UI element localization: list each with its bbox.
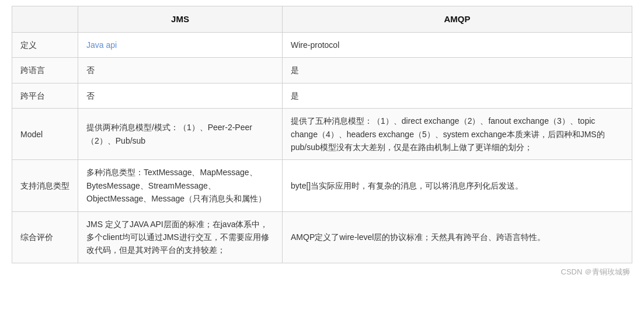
table-row: 综合评价JMS 定义了JAVA API层面的标准；在java体系中，多个clie… xyxy=(12,211,632,263)
table-row: 定义Java apiWire-protocol xyxy=(12,33,632,58)
table-row: 跨平台否是 xyxy=(12,83,632,108)
row-amqp-value: Wire-protocol xyxy=(283,33,632,58)
row-jms-value: 多种消息类型：TextMessage、MapMessage、BytesMessa… xyxy=(78,160,283,211)
header-jms: JMS xyxy=(78,6,283,33)
row-amqp-value: 是 xyxy=(283,83,632,108)
row-jms-value: Java api xyxy=(78,33,283,58)
table-header-row: JMS AMQP xyxy=(12,6,632,33)
row-jms-value: 提供两种消息模型/模式：（1）、Peer-2-Peer（2）、Pub/sub xyxy=(78,109,283,160)
row-amqp-value: byte[]当实际应用时，有复杂的消息，可以将消息序列化后发送。 xyxy=(283,160,632,211)
row-jms-value: JMS 定义了JAVA API层面的标准；在java体系中，多个client均可… xyxy=(78,211,283,263)
table-body: 定义Java apiWire-protocol跨语言否是跨平台否是Model提供… xyxy=(12,33,632,263)
row-label: 支持消息类型 xyxy=(12,160,78,211)
footer-note: CSDN ＠青铜玫城狮 xyxy=(12,263,632,277)
row-label: 跨语言 xyxy=(12,58,78,83)
table-row: 跨语言否是 xyxy=(12,58,632,83)
row-amqp-value: 提供了五种消息模型：（1）、direct exchange（2）、fanout … xyxy=(283,109,632,160)
row-jms-value: 否 xyxy=(78,83,283,108)
table-row: Model提供两种消息模型/模式：（1）、Peer-2-Peer（2）、Pub/… xyxy=(12,109,632,160)
row-jms-value: 否 xyxy=(78,58,283,83)
row-label: 定义 xyxy=(12,33,78,58)
row-amqp-value: 是 xyxy=(283,58,632,83)
row-label: 综合评价 xyxy=(12,211,78,263)
page-container: JMS AMQP 定义Java apiWire-protocol跨语言否是跨平台… xyxy=(0,0,644,289)
table-row: 支持消息类型多种消息类型：TextMessage、MapMessage、Byte… xyxy=(12,160,632,211)
header-empty xyxy=(12,6,78,33)
row-label: 跨平台 xyxy=(12,83,78,108)
row-label: Model xyxy=(12,109,78,160)
row-amqp-value: AMQP定义了wire-level层的协议标准；天然具有跨平台、跨语言特性。 xyxy=(283,211,632,263)
comparison-table: JMS AMQP 定义Java apiWire-protocol跨语言否是跨平台… xyxy=(12,6,632,263)
header-amqp: AMQP xyxy=(283,6,632,33)
